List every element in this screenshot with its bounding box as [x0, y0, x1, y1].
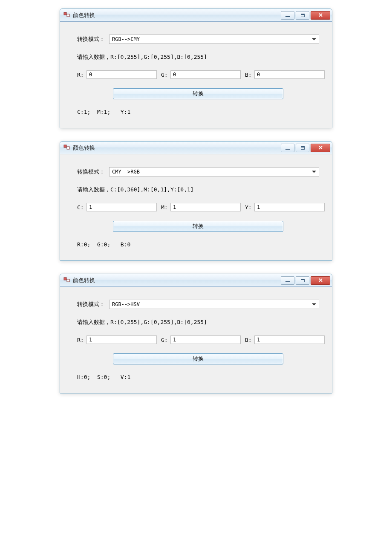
app-icon [63, 145, 70, 151]
input-group-3: Y: [245, 203, 325, 211]
convert-button-label: 转换 [193, 90, 204, 98]
window-title: 颜色转换 [73, 12, 95, 19]
minimize-button[interactable] [281, 276, 294, 285]
window-controls: ✕ [280, 276, 330, 285]
mode-select[interactable]: CMY-->RGB [109, 167, 319, 176]
mode-row: 转换模式： RGB-->HSV [77, 300, 319, 309]
close-button[interactable]: ✕ [311, 11, 330, 20]
hint-row: 请输入数据，R:[0,255],G:[0,255],B:[0,255] [77, 318, 319, 326]
result-text: R:0; G:0; B:0 [77, 241, 130, 248]
minimize-icon [285, 16, 290, 17]
mode-select[interactable]: RGB-->HSV [109, 300, 319, 309]
input-label-2: G: [161, 72, 170, 78]
input-group-2: G: [161, 335, 241, 344]
hint-row: 请输入数据，R:[0,255],G:[0,255],B:[0,255] [77, 53, 319, 61]
convert-button-label: 转换 [193, 223, 204, 230]
maximize-button[interactable] [296, 144, 309, 152]
minimize-icon [285, 281, 290, 282]
titlebar[interactable]: 颜色转换 ✕ [60, 142, 332, 154]
inputs-row: R: G: B: [77, 335, 319, 344]
svg-rect-5 [67, 279, 69, 282]
app-icon [63, 277, 70, 284]
convert-button[interactable]: 转换 [113, 221, 283, 232]
mode-row: 转换模式： RGB-->CMY [77, 35, 319, 44]
input-label-3: B: [245, 337, 254, 343]
mode-select-value: CMY-->RGB [112, 169, 140, 175]
input-field-2[interactable] [170, 70, 241, 79]
input-hint: 请输入数据，R:[0,255],G:[0,255],B:[0,255] [77, 318, 207, 326]
window: 颜色转换 ✕ 转换模式： RGB-->HSV 请输入数据，R:[0,255],G… [60, 274, 332, 393]
mode-label: 转换模式： [77, 35, 105, 43]
inputs-row: C: M: Y: [77, 203, 319, 211]
input-label-1: C: [77, 204, 86, 211]
input-group-1: R: [77, 70, 157, 79]
hint-row: 请输入数据，C:[0,360],M:[0,1],Y:[0,1] [77, 186, 319, 194]
minimize-button[interactable] [281, 144, 294, 152]
close-icon: ✕ [318, 277, 323, 283]
input-field-3[interactable] [254, 203, 325, 211]
input-field-1[interactable] [86, 335, 157, 344]
mode-row: 转换模式： CMY-->RGB [77, 167, 319, 176]
titlebar[interactable]: 颜色转换 ✕ [60, 274, 332, 287]
svg-rect-0 [64, 12, 66, 15]
window-title: 颜色转换 [73, 144, 95, 152]
close-icon: ✕ [318, 145, 323, 151]
input-field-3[interactable] [254, 70, 325, 79]
input-label-1: R: [77, 337, 86, 343]
window: 颜色转换 ✕ 转换模式： RGB-->CMY 请输入数据，R:[0,255],G… [60, 9, 332, 128]
titlebar[interactable]: 颜色转换 ✕ [60, 9, 332, 22]
input-group-3: B: [245, 335, 325, 344]
convert-row: 转换 [77, 88, 319, 99]
input-hint: 请输入数据，R:[0,255],G:[0,255],B:[0,255] [77, 53, 207, 61]
maximize-icon [301, 279, 305, 282]
maximize-button[interactable] [296, 276, 309, 285]
input-field-2[interactable] [170, 335, 241, 344]
client-area: 转换模式： RGB-->CMY 请输入数据，R:[0,255],G:[0,255… [60, 22, 332, 128]
close-button[interactable]: ✕ [311, 276, 330, 285]
chevron-down-icon [312, 304, 316, 306]
convert-row: 转换 [77, 221, 319, 232]
input-field-2[interactable] [170, 203, 241, 211]
mode-select-value: RGB-->CMY [112, 36, 140, 42]
close-icon: ✕ [318, 12, 323, 18]
close-button[interactable]: ✕ [311, 144, 330, 152]
input-group-3: B: [245, 70, 325, 79]
svg-rect-4 [64, 278, 66, 280]
svg-rect-3 [67, 147, 69, 149]
result-text: H:0; S:0; V:1 [77, 374, 130, 380]
result-text: C:1; M:1; Y:1 [77, 109, 130, 115]
window-controls: ✕ [280, 144, 330, 152]
maximize-icon [301, 146, 305, 150]
input-group-1: C: [77, 203, 157, 211]
input-label-3: Y: [245, 204, 254, 211]
mode-label: 转换模式： [77, 301, 105, 308]
maximize-button[interactable] [296, 11, 309, 20]
input-label-3: B: [245, 72, 254, 78]
input-field-1[interactable] [86, 203, 157, 211]
input-label-1: R: [77, 72, 86, 78]
input-field-1[interactable] [86, 70, 157, 79]
convert-button[interactable]: 转换 [113, 88, 283, 99]
maximize-icon [301, 14, 305, 17]
result-row: H:0; S:0; V:1 [77, 374, 319, 380]
input-group-2: G: [161, 70, 241, 79]
mode-select[interactable]: RGB-->CMY [109, 35, 319, 44]
input-field-3[interactable] [254, 335, 325, 344]
app-icon [63, 12, 70, 19]
window-controls: ✕ [280, 11, 330, 20]
convert-row: 转换 [77, 353, 319, 364]
input-label-2: G: [161, 337, 170, 343]
client-area: 转换模式： CMY-->RGB 请输入数据，C:[0,360],M:[0,1],… [60, 154, 332, 260]
input-hint: 请输入数据，C:[0,360],M:[0,1],Y:[0,1] [77, 186, 194, 194]
window: 颜色转换 ✕ 转换模式： CMY-->RGB 请输入数据，C:[0,360],M… [60, 141, 332, 261]
window-title: 颜色转换 [73, 277, 95, 284]
convert-button[interactable]: 转换 [113, 353, 283, 364]
svg-rect-2 [64, 145, 66, 147]
minimize-button[interactable] [281, 11, 294, 20]
client-area: 转换模式： RGB-->HSV 请输入数据，R:[0,255],G:[0,255… [60, 287, 332, 393]
input-label-2: M: [161, 204, 170, 211]
chevron-down-icon [312, 38, 316, 40]
input-group-1: R: [77, 335, 157, 344]
convert-button-label: 转换 [193, 355, 204, 363]
svg-rect-1 [67, 14, 69, 17]
